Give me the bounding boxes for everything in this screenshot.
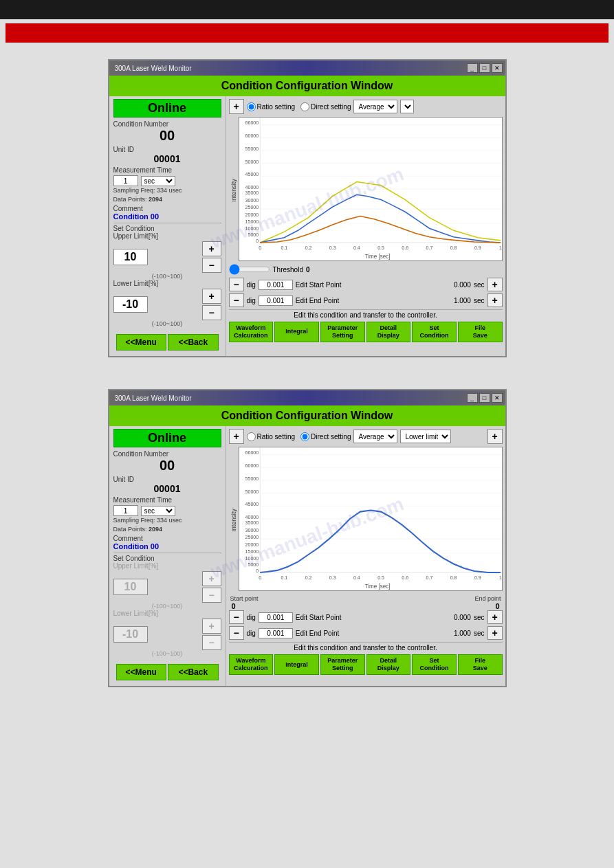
window1-header: Condition Configuration Window — [109, 76, 505, 96]
svg-text:0.4: 0.4 — [353, 245, 360, 251]
average-dropdown-2[interactable]: Average — [353, 430, 397, 443]
svg-text:35000: 35000 — [245, 520, 259, 526]
maximize-btn[interactable]: □ — [479, 63, 490, 73]
edit-start-dig-input[interactable] — [259, 280, 293, 290]
unit-id-value: 00001 — [113, 153, 221, 164]
threshold-label: Threshold — [273, 266, 303, 274]
lower-limit-input[interactable] — [113, 296, 148, 313]
add-button-2[interactable]: + — [229, 429, 244, 444]
lower-limit-controls: + − — [202, 289, 221, 320]
svg-text:15000: 15000 — [245, 219, 259, 225]
sampling-freq-label: Sampling Freq: — [113, 187, 155, 194]
lower-limit-row-2: + − — [113, 619, 221, 650]
back-button[interactable]: <<Back — [168, 334, 219, 350]
transfer-msg: Edit this condition and transfer to the … — [229, 309, 503, 320]
add-button[interactable]: + — [229, 99, 244, 114]
edit-start-unit: sec — [474, 281, 485, 289]
direct-setting-option-2[interactable]: Direct setting — [300, 432, 351, 441]
edit-end-minus-2[interactable]: − — [229, 626, 244, 640]
direct-setting-option[interactable]: Direct setting — [300, 102, 351, 111]
svg-text:45000: 45000 — [245, 502, 259, 507]
edit-end-plus-2[interactable]: + — [487, 626, 503, 640]
menu-button[interactable]: <<Menu — [116, 334, 167, 350]
parameter-btn-2[interactable]: ParameterSetting — [320, 654, 365, 675]
add-button-right-2[interactable]: + — [487, 429, 503, 444]
ratio-setting-option[interactable]: Ratio setting — [247, 102, 296, 111]
edit-end-dig-input-2[interactable] — [259, 628, 293, 638]
ratio-setting-option-2[interactable]: Ratio setting — [247, 432, 296, 441]
edit-start-plus-2[interactable]: + — [487, 610, 503, 624]
edit-end-dig-input[interactable] — [259, 296, 293, 306]
svg-text:1: 1 — [499, 575, 502, 581]
direct-label-2: Direct setting — [311, 433, 351, 441]
edit-end-dig-label-2: dig — [247, 630, 256, 637]
close-btn-2[interactable]: ✕ — [492, 393, 503, 403]
radio-group-2: Ratio setting Direct setting — [247, 432, 351, 441]
average-dropdown[interactable]: Average — [353, 100, 397, 113]
condition-number-value-2: 00 — [113, 458, 221, 474]
set-condition-btn[interactable]: SetCondition — [412, 322, 457, 342]
lower-limit-minus-2[interactable]: − — [202, 635, 221, 650]
waveform-btn-2[interactable]: WaveformCalcuration — [229, 654, 274, 675]
maximize-btn-2[interactable]: □ — [479, 393, 490, 403]
window2-top-controls: + Ratio setting Direct setting Average — [229, 429, 503, 444]
lower-limit-plus-2[interactable]: + — [202, 619, 221, 634]
meas-time-input[interactable] — [113, 175, 138, 186]
detail-btn[interactable]: DetailDisplay — [366, 322, 411, 342]
upper-limit-plus-2[interactable]: + — [202, 571, 221, 586]
upper-limit-input[interactable] — [113, 249, 148, 265]
ratio-radio-2[interactable] — [247, 432, 256, 441]
chart1-y-label: Intensity — [230, 179, 237, 202]
threshold-slider[interactable] — [229, 264, 270, 275]
edit-end-plus[interactable]: + — [487, 293, 503, 307]
edit-start-minus[interactable]: − — [229, 278, 244, 291]
svg-text:10000: 10000 — [245, 556, 259, 561]
secondary-dropdown[interactable] — [400, 100, 414, 113]
ratio-radio[interactable] — [247, 102, 256, 111]
integral-btn[interactable]: Integral — [274, 322, 319, 342]
detail-btn-2[interactable]: DetailDisplay — [366, 654, 411, 675]
svg-text:60000: 60000 — [245, 133, 259, 139]
svg-text:0.5: 0.5 — [377, 575, 384, 581]
integral-btn-2[interactable]: Integral — [274, 654, 319, 675]
start-point-label: Start point — [230, 595, 259, 602]
window1-controls: _ □ ✕ — [467, 63, 503, 73]
condition-number-label-2: Condition Number — [113, 450, 221, 458]
unit-id-label-2: Unit ID — [113, 476, 221, 483]
svg-text:5000: 5000 — [248, 232, 259, 238]
svg-text:Time [sec]: Time [sec] — [364, 254, 390, 260]
upper-limit-input-2 — [113, 579, 148, 595]
back-button-2[interactable]: <<Back — [168, 664, 219, 680]
edit-start-minus-2[interactable]: − — [229, 610, 244, 624]
svg-text:0.8: 0.8 — [450, 245, 457, 251]
upper-limit-minus-2[interactable]: − — [202, 588, 221, 603]
edit-start-dig-input-2[interactable] — [259, 612, 293, 623]
upper-limit-controls: + − — [202, 241, 221, 273]
meas-time-select[interactable]: sec — [141, 176, 175, 186]
edit-end-minus[interactable]: − — [229, 293, 244, 307]
direct-radio-2[interactable] — [300, 432, 309, 441]
file-save-btn-2[interactable]: FileSave — [458, 654, 503, 675]
data-points-label: Data Points: — [113, 196, 147, 203]
file-save-btn[interactable]: FileSave — [458, 322, 503, 342]
edit-start-plus[interactable]: + — [487, 278, 503, 291]
svg-text:0.9: 0.9 — [474, 575, 481, 581]
lower-limit-dropdown[interactable]: Lower limit — [400, 430, 451, 443]
meas-time-input-2[interactable] — [113, 505, 138, 516]
svg-text:1: 1 — [499, 245, 502, 251]
lower-limit-plus[interactable]: + — [202, 289, 221, 304]
minimize-btn[interactable]: _ — [467, 63, 478, 73]
parameter-btn[interactable]: ParameterSetting — [320, 322, 365, 342]
upper-limit-minus[interactable]: − — [202, 258, 221, 273]
lower-limit-minus[interactable]: − — [202, 305, 221, 320]
waveform-btn[interactable]: WaveformCalcuration — [229, 322, 274, 342]
direct-radio[interactable] — [300, 102, 309, 111]
close-btn[interactable]: ✕ — [492, 63, 503, 73]
minimize-btn-2[interactable]: _ — [467, 393, 478, 403]
menu-button-2[interactable]: <<Menu — [116, 664, 167, 680]
upper-limit-plus[interactable]: + — [202, 241, 221, 256]
lower-limit-range-2: (-100~100) — [113, 650, 221, 657]
meas-time-select-2[interactable]: sec — [141, 506, 175, 516]
edit-end-value-2: 1.000 — [437, 630, 471, 637]
set-condition-btn-2[interactable]: SetCondition — [412, 654, 457, 675]
